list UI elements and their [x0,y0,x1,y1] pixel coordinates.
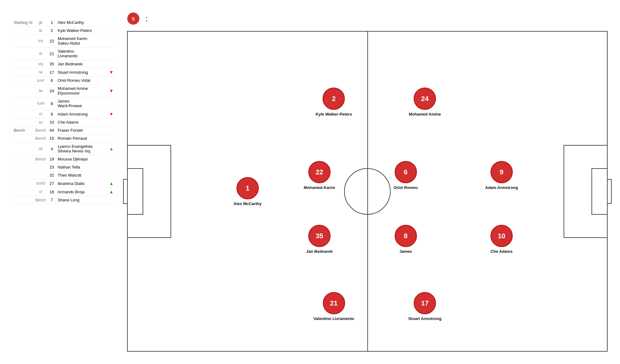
player-name: Che Adams [56,118,108,126]
player-name-label: Mohamed Amine [409,112,441,116]
position-label [34,171,47,179]
table-row: lcmf3 27 Ibrahima Diallo ▲ [12,179,115,188]
section-label [12,77,34,85]
section-label [12,134,34,143]
player-circle: 17 [414,292,436,314]
position-label: rw [34,68,47,77]
player-name: Stuart Armstrong [56,68,108,77]
substitution-in-icon: ▲ [109,181,113,186]
svg-text:S: S [132,16,135,21]
position-label: cf [34,188,47,196]
goal-area-right [591,168,607,215]
table-row: cf 18 Armando Broja ▲ [12,188,115,196]
player-name: Ibrahima Diallo [56,179,108,188]
table-row: Bench 7 Shane Long [12,196,115,204]
position-label: cb [34,143,47,155]
player-name: Nathan Tella [56,163,108,171]
player-circle: 22 [308,161,330,183]
position-label: rb [34,47,47,60]
goalpost-right [607,179,612,204]
player-circle: 6 [395,161,417,183]
section-label [12,97,34,110]
position-label: gk [34,19,47,27]
position-label: cf [34,110,47,118]
substitution-icon [108,35,115,47]
player-name: Theo Walcott [56,171,108,179]
jersey-number: 24 [47,85,56,97]
table-row: cf 9 Adam Armstrong ▼ [12,110,115,118]
player-marker: 17 Stuart Armstrong [408,292,441,321]
player-name-label: Kyle Walker-Peters [316,112,352,116]
section-label [12,196,34,204]
table-row: Bench 15 Romain Perraud [12,134,115,143]
table-row: rcmf 8 JamesWard-Prowse [12,97,115,110]
player-name-label: Mohamed Karim [304,185,335,190]
substitution-icon: ▲ [108,143,115,155]
player-circle: 10 [490,225,513,247]
club-logo: S [127,12,140,25]
section-label [12,110,34,118]
position-label: Bench [34,134,47,143]
jersey-number: 44 [47,126,56,134]
substitution-icon [108,118,115,126]
substitution-icon [108,60,115,68]
substitution-icon: ▼ [108,68,115,77]
table-row: lcmf 6 Oriol Romeu Vidal [12,77,115,85]
player-name: Alex McCarthy [56,19,108,27]
player-name-label: Adam Armstrong [485,185,518,190]
table-row: lcb 22 Mohamed KarimSalisu Abdul [12,35,115,47]
player-name: Lyanco EvangelistaSilveira Neves Voj. [56,143,108,155]
player-circle: 35 [308,225,330,247]
jersey-number: 18 [47,188,56,196]
substitution-icon: ▲ [108,179,115,188]
player-circle: 2 [323,87,345,110]
lineup-table: Starting XI gk 1 Alex McCarthy lb 2 Kyle… [12,19,115,204]
player-marker: 22 Mohamed Karim [304,161,335,190]
substitution-icon: ▲ [108,188,115,196]
section-label [12,35,34,47]
section-label [12,188,34,196]
jersey-number: 10 [47,118,56,126]
position-label: lcmf3 [34,179,47,188]
table-row: ss 10 Che Adams [12,118,115,126]
player-name: Shane Long [56,196,108,204]
player-marker: 9 Adam Armstrong [485,161,518,190]
player-name-label: Stuart Armstrong [408,316,441,321]
position-label: rcmf [34,97,47,110]
player-name-label: Che Adams [490,249,512,254]
jersey-number: 1 [47,19,56,27]
jersey-number: 32 [47,171,56,179]
section-label: Bench [12,126,34,134]
position-label: Bench [34,126,47,134]
table-row: 32 Theo Walcott [12,171,115,179]
player-circle: 21 [323,292,345,314]
section-label [12,163,34,171]
section-label [12,68,34,77]
position-label: Bench [34,196,47,204]
position-label: Bench [34,155,47,163]
section-label [12,27,34,35]
position-label: rcb [34,60,47,68]
jersey-number: 19 [47,155,56,163]
substitution-icon [108,171,115,179]
section-label: Starting XI [12,19,34,27]
substitution-icon [108,126,115,134]
player-name: Jan Bednarek [56,60,108,68]
player-name: Oriol Romeu Vidal [56,77,108,85]
player-marker: 2 Kyle Walker-Peters [316,87,352,116]
jersey-number: 7 [47,196,56,204]
pitch-header: S : [127,12,608,25]
section-label [12,155,34,163]
player-name-label: Jan Bednarek [306,249,333,254]
player-marker: 21 Valentino Livramento [313,292,354,321]
substitution-out-icon: ▼ [109,112,113,116]
substitution-icon: ▼ [108,110,115,118]
position-label: lb [34,27,47,35]
center-circle [344,168,391,215]
substitution-in-icon: ▲ [109,146,113,151]
section-label [12,143,34,155]
player-marker: 1 Alex McCarthy [233,177,261,206]
section-label [12,171,34,179]
substitution-icon [108,134,115,143]
jersey-number: 23 [47,163,56,171]
